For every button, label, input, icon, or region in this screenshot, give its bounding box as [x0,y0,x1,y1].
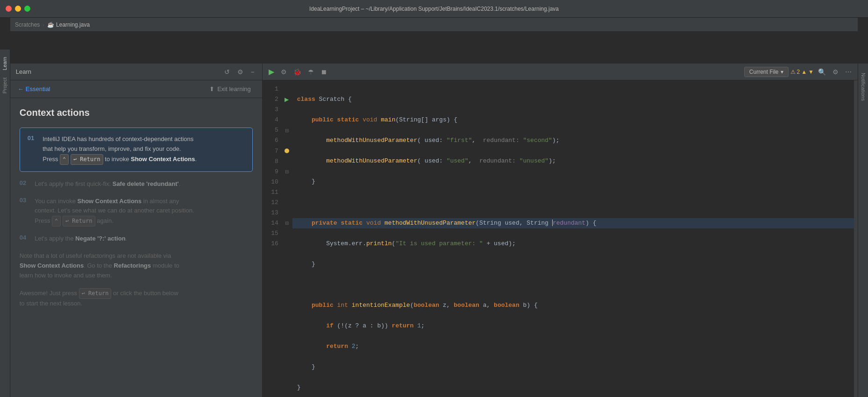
java-file-icon: ☕ [47,21,54,28]
code-line-3: methodWithUnusedParameter( used: "first"… [292,135,854,146]
app-content: Learn ↺ ⚙ − ← Essential ⬆ Exit learning [10,64,868,397]
note-para: Note that a lot of useful refactorings a… [20,251,253,280]
warning-badge: ⚠ 2 ▲ ▼ [790,69,814,75]
titlebar: IdeaLearningProject – ~/Library/Applicat… [0,0,868,18]
exit-learning-button[interactable]: ⬆ Exit learning [206,84,255,94]
debug-button[interactable]: 🐞 [291,67,304,77]
step-4: 04 Let's apply the Negate '?:' action. [20,234,253,244]
gutter-3 [281,105,292,115]
stop-button[interactable]: ⏹ [318,67,329,77]
gutter-6 [281,135,292,146]
code-line-2: public static void main(String[] args) { [292,115,854,125]
run-button[interactable]: ▶ [266,66,277,78]
window-controls[interactable] [6,6,30,12]
right-sidebar: Notifications [858,64,868,397]
note-text: Note that a lot of useful refactorings a… [20,251,253,280]
gutter: ▶ ⊟ ⊟ ⊟ [281,80,292,397]
more-button[interactable]: ⋯ [843,67,854,77]
window-title: IdeaLearningProject – ~/Library/Applicat… [309,6,559,12]
gutter-5[interactable]: ⊟ [281,125,292,135]
kbd-return-2: ↩ Return [63,216,95,227]
lesson-title: Context actions [20,107,253,118]
warning-up-icon: ▲ [801,69,807,75]
close-btn[interactable] [6,6,12,12]
step-1-number: 01 [28,135,34,165]
build-button[interactable]: ⚙ [278,67,289,77]
code-line-15: } [292,383,854,393]
scrollbar-right[interactable] [854,80,858,397]
gutter-11 [281,187,292,197]
code-line-8: System.err.println("It is used parameter… [292,239,854,249]
gutter-14[interactable]: ⊟ [281,218,292,228]
warning-indicator [285,149,289,153]
code-line-12: if (!(z ? a : b)) return 1; [292,321,854,331]
code-line-13: return 2; [292,341,854,352]
settings-button[interactable]: ⚙ [235,67,245,77]
code-line-7: private static void methodWithUnusedPara… [292,218,854,228]
step-2-number: 02 [20,179,26,189]
nav-bar: ← Essential ⬆ Exit learning [10,80,262,98]
code-line-4: methodWithUnusedParameter( used: "used",… [292,156,854,166]
learn-header-actions: ↺ ⚙ − [222,67,256,77]
step-3-number: 03 [20,197,26,227]
awesome-text: Awesome! Just press ↩ Return or click th… [20,288,253,309]
minimize-button[interactable]: − [249,67,256,77]
back-arrow-icon: ← [18,85,24,92]
lesson-content: Context actions 01 IntelliJ IDEA has hun… [10,98,262,397]
gutter-9[interactable]: ⊟ [281,166,292,177]
current-file-dropdown[interactable]: Current File ▾ [744,67,789,77]
gutter-2[interactable]: ▶ [281,94,292,105]
code-line-10 [292,280,854,290]
kbd-return-1: ↩ Return [71,154,103,165]
code-line-11: public int intentionExample(boolean z, b… [292,300,854,311]
main-container: Learn Project Learn ↺ ⚙ − ← Essential [0,50,868,397]
step-4-text: Let's apply the Negate '?:' action. [35,234,127,244]
coverage-button[interactable]: ☂ [306,67,316,77]
search-button[interactable]: 🔍 [816,67,828,77]
dropdown-icon: ▾ [781,69,783,75]
toolbar-right: Current File ▾ ⚠ 2 ▲ ▼ 🔍 ⚙ ⋯ [744,67,854,77]
warning-count: 2 [797,69,800,75]
gutter-7 [281,146,292,156]
code-line-6 [292,198,854,208]
tab-project[interactable]: Project [0,74,9,97]
step-2-text: Let's apply the first quick-fix: Safe de… [35,179,180,189]
toolbar-left: ▶ ⚙ 🐞 ☂ ⏹ [266,66,329,78]
learn-panel: Learn ↺ ⚙ − ← Essential ⬆ Exit learning [10,64,263,397]
maximize-btn[interactable] [24,6,30,12]
step-3-text: You can invoke Show Context Actions in a… [35,197,194,227]
minimize-btn[interactable] [15,6,21,12]
learn-panel-title: Learn [16,68,31,75]
kbd-ctrl: ⌃ [60,154,69,165]
step-1-box: 01 IntelliJ IDEA has hundreds of context… [20,128,253,172]
gutter-8 [281,156,292,166]
editor-container: ▶ ⚙ 🐞 ☂ ⏹ Current File ▾ ⚠ 2 ▲ ▼ [263,64,858,397]
left-vertical-tabs: Learn Project [0,50,10,397]
gutter-4 [281,115,292,125]
back-label: Essential [26,85,50,92]
settings-gear-button[interactable]: ⚙ [830,67,841,77]
gutter-12 [281,197,292,207]
code-content[interactable]: class Scratch { public static void main(… [292,80,854,397]
gutter-1 [281,84,292,94]
step-3: 03 You can invoke Show Context Actions i… [20,197,253,227]
gutter-15 [281,228,292,238]
code-line-9: } [292,259,854,269]
editor-toolbar: ▶ ⚙ 🐞 ☂ ⏹ Current File ▾ ⚠ 2 ▲ ▼ [263,64,858,80]
step-4-number: 04 [20,234,26,244]
breadcrumb: Scratches › ☕ Learning.java [10,18,858,32]
refresh-button[interactable]: ↺ [222,67,232,77]
step-2: 02 Let's apply the first quick-fix: Safe… [20,179,253,189]
code-area: 1 2 3 4 5 6 7 8 9 10 11 12 13 14 15 16 [263,80,858,397]
current-file-label: Current File [749,69,779,75]
notifications-tab[interactable]: Notifications [861,73,866,101]
learn-panel-header: Learn ↺ ⚙ − [10,64,262,80]
breadcrumb-file: ☕ Learning.java [47,21,90,28]
back-link[interactable]: ← Essential [18,85,50,92]
kbd-return-3: ↩ Return [79,288,112,299]
tab-learn[interactable]: Learn [0,53,9,74]
breadcrumb-scratches[interactable]: Scratches [15,21,40,28]
gutter-13 [281,207,292,218]
step-1-text: IntelliJ IDEA has hundreds of context-de… [43,135,197,165]
kbd-ctrl-2: ⌃ [52,216,61,227]
